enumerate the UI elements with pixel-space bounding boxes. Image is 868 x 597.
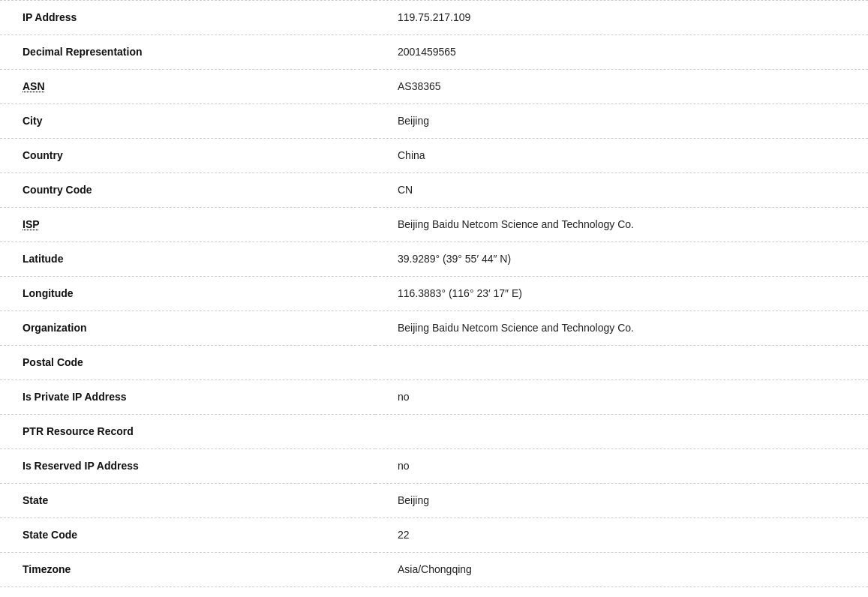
table-row: State Code22 [0, 518, 868, 553]
row-value: 22 [375, 518, 868, 553]
row-label: Longitude [0, 277, 375, 311]
row-label: ISP [0, 208, 375, 242]
row-label: Country Code [0, 173, 375, 208]
row-label: Is Reserved IP Address [0, 449, 375, 484]
table-row: CountryChina [0, 139, 868, 173]
row-value: 39.9289° (39° 55′ 44″ N) [375, 242, 868, 277]
table-row: Decimal Representation2001459565 [0, 35, 868, 70]
row-label: ASN [0, 70, 375, 104]
row-value: Beijing Baidu Netcom Science and Technol… [375, 208, 868, 242]
row-label: Is Private IP Address [0, 380, 375, 415]
row-label: IP Address [0, 1, 375, 35]
row-label: Decimal Representation [0, 35, 375, 70]
row-value [375, 415, 868, 449]
table-row: TimezoneAsia/Chongqing [0, 553, 868, 587]
table-row: IP Address119.75.217.109 [0, 1, 868, 35]
row-label: State [0, 484, 375, 518]
table-row: Latitude39.9289° (39° 55′ 44″ N) [0, 242, 868, 277]
row-value: Beijing [375, 484, 868, 518]
row-label: Local Time [0, 587, 375, 598]
row-value: Beijing [375, 104, 868, 139]
row-value [375, 346, 868, 380]
row-label: Postal Code [0, 346, 375, 380]
row-value: Beijing Baidu Netcom Science and Technol… [375, 311, 868, 346]
table-row: PTR Resource Record [0, 415, 868, 449]
row-value: Asia/Chongqing [375, 553, 868, 587]
row-label: Country [0, 139, 375, 173]
row-label: State Code [0, 518, 375, 553]
row-value: 2001459565 [375, 35, 868, 70]
table-row: OrganizationBeijing Baidu Netcom Science… [0, 311, 868, 346]
table-row: StateBeijing [0, 484, 868, 518]
row-value: 116.3883° (116° 23′ 17″ E) [375, 277, 868, 311]
row-value: 2018-05-06 10:51:52+08:00 [375, 587, 868, 598]
row-value: China [375, 139, 868, 173]
row-label: Latitude [0, 242, 375, 277]
table-row: Longitude116.3883° (116° 23′ 17″ E) [0, 277, 868, 311]
row-value: AS38365 [375, 70, 868, 104]
row-label: PTR Resource Record [0, 415, 375, 449]
table-row: Postal Code [0, 346, 868, 380]
table-row: ISPBeijing Baidu Netcom Science and Tech… [0, 208, 868, 242]
table-row: Is Reserved IP Addressno [0, 449, 868, 484]
row-label: City [0, 104, 375, 139]
row-label: Timezone [0, 553, 375, 587]
row-value: 119.75.217.109 [375, 1, 868, 35]
table-row: ASNAS38365 [0, 70, 868, 104]
ip-info-table: IP Address119.75.217.109Decimal Represen… [0, 0, 868, 597]
row-value: no [375, 449, 868, 484]
table-row: Local Time2018-05-06 10:51:52+08:00 [0, 587, 868, 598]
table-row: CityBeijing [0, 104, 868, 139]
table-row: Is Private IP Addressno [0, 380, 868, 415]
row-value: CN [375, 173, 868, 208]
table-row: Country CodeCN [0, 173, 868, 208]
row-label: Organization [0, 311, 375, 346]
row-value: no [375, 380, 868, 415]
